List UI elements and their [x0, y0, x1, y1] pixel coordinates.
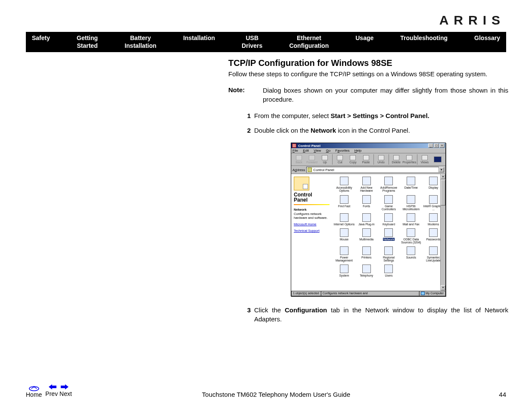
page-title: TCP/IP Configuration for Windows 98SE — [228, 58, 508, 68]
cp-icon-accessibility-options[interactable]: Accessibility Options — [333, 176, 355, 193]
toolbar-paste-button[interactable]: Paste — [360, 155, 373, 164]
accessibility-options-label: Accessibility Options — [333, 186, 355, 192]
cp-icon-keyboard[interactable]: Keyboard — [378, 212, 400, 227]
close-button[interactable]: × — [439, 143, 445, 148]
scroll-down-button[interactable]: ▾ — [441, 285, 445, 290]
nav-installation[interactable]: Installation — [183, 34, 215, 50]
undo-icon — [378, 155, 384, 160]
menu-file[interactable]: File — [292, 149, 298, 153]
cp-icon-odbc-data-sources-32bit[interactable]: ODBC Data Sources (32bit) — [400, 227, 422, 245]
home-link[interactable]: Home — [26, 391, 42, 398]
cp-icon-mouse[interactable]: Mouse — [333, 227, 355, 245]
menu-edit[interactable]: Edit — [303, 149, 309, 153]
cp-icon-date-time[interactable]: Date/Time — [400, 176, 422, 193]
toolbar-up-button[interactable]: Up — [318, 155, 331, 164]
link-microsoft-home[interactable]: Microsoft Home — [294, 222, 330, 226]
intel-graphics-icon — [429, 195, 438, 204]
address-dropdown-button[interactable]: ▾ — [439, 167, 444, 172]
toolbar-forward-label: Forward — [306, 161, 317, 164]
nav-getting-started[interactable]: Getting Started — [77, 34, 98, 50]
menu-help[interactable]: Help — [355, 149, 361, 153]
date-time-label: Date/Time — [404, 186, 418, 189]
step-3: 3 Click the Configuration tab in the Net… — [241, 306, 508, 324]
toolbar-properties-button[interactable]: Properties — [403, 155, 416, 164]
cp-icon-game-controllers[interactable]: Game Controllers — [378, 194, 400, 212]
control-panel-screenshot: Control Panel _ □ × File Edit View Go Fa… — [291, 143, 446, 296]
cp-icon-sounds[interactable]: Sounds — [400, 246, 422, 263]
next-link[interactable]: Next — [59, 390, 72, 397]
cp-icon-add-remove-programs[interactable]: Add/Remove Programs — [378, 176, 400, 193]
nav-usb-drivers[interactable]: USB Drivers — [242, 34, 262, 50]
toolbar-undo-button[interactable]: Undo — [375, 155, 388, 164]
cp-icon-power-management[interactable]: Power Management — [333, 246, 355, 263]
step-3-text-a: Click the — [254, 306, 285, 314]
footer-title: Touchstone TM602 Telephony Modem User's … — [72, 391, 480, 398]
home-icon[interactable] — [28, 383, 40, 391]
nav-battery-installation[interactable]: Battery Installation — [124, 34, 156, 50]
cp-side-title: ControlPanel — [294, 192, 330, 202]
toolbar-views-button[interactable]: Views — [418, 155, 431, 164]
cp-icon-find-fast[interactable]: Find Fast — [333, 194, 355, 212]
regional-settings-label: Regional Settings — [378, 256, 400, 262]
nav-glossary[interactable]: Glossary — [474, 34, 500, 50]
toolbar-separator — [332, 154, 333, 165]
printers-label: Printers — [361, 256, 371, 259]
address-value: Control Panel — [313, 168, 334, 172]
cp-icon-add-new-hardware[interactable]: Add New Hardware — [355, 176, 378, 193]
cp-icon-internet-options[interactable]: Internet Options — [333, 212, 355, 227]
address-label: Address — [292, 168, 305, 172]
cp-icon-java-plug-in[interactable]: Java Plug-in — [355, 212, 378, 227]
cp-icon-telephony[interactable]: Telephony — [355, 264, 378, 278]
address-icon — [308, 168, 312, 172]
toolbar-separator — [417, 154, 417, 165]
symantec-liveupdate-icon — [429, 246, 438, 255]
users-label: Users — [385, 274, 393, 277]
mail-and-fax-label: Mail and Fax — [403, 223, 420, 226]
hsf56-micromodem-icon — [407, 195, 415, 204]
address-field[interactable]: Control Panel — [306, 167, 439, 173]
prev-link[interactable]: Prev — [45, 390, 58, 397]
cp-toolbar: BackForwardUpCutCopyPasteUndoDeletePrope… — [291, 153, 445, 166]
keyboard-icon — [384, 213, 393, 222]
prev-arrow-icon[interactable] — [48, 383, 57, 390]
link-technical-support[interactable]: Technical Support — [294, 229, 330, 233]
menu-favorites[interactable]: Favorites — [336, 149, 350, 153]
menu-go[interactable]: Go — [326, 149, 331, 153]
scroll-up-button[interactable]: ▴ — [441, 174, 445, 179]
find-fast-icon — [340, 195, 348, 204]
cp-icon-mail-and-fax[interactable]: Mail and Fax — [400, 212, 422, 227]
nav-safety[interactable]: Safety — [32, 34, 50, 50]
cp-icon-multimedia[interactable]: Multimedia — [355, 227, 378, 245]
toolbar-separator — [389, 154, 389, 165]
cp-icon-regional-settings[interactable]: Regional Settings — [378, 246, 400, 263]
menu-view[interactable]: View — [314, 149, 321, 153]
cp-icon-system[interactable]: System — [333, 264, 355, 278]
cp-icon-fonts[interactable]: Fonts — [355, 194, 378, 212]
cp-icon-network[interactable]: Network — [378, 227, 400, 245]
cp-statusbar: 1 object(s) selected Configures network … — [291, 290, 445, 296]
toolbar-copy-button[interactable]: Copy — [346, 155, 359, 164]
add-new-hardware-label: Add New Hardware — [355, 186, 378, 192]
toolbar-delete-button[interactable]: Delete — [390, 155, 403, 164]
users-icon — [384, 265, 393, 273]
cp-window-title: Control Panel — [298, 144, 428, 148]
toolbar-cut-button[interactable]: Cut — [333, 155, 346, 164]
cp-icon-printers[interactable]: Printers — [355, 246, 378, 263]
cp-titlebar: Control Panel _ □ × — [291, 143, 445, 148]
next-arrow-icon[interactable] — [60, 383, 69, 390]
maximize-button[interactable]: □ — [434, 143, 439, 148]
nav-usage[interactable]: Usage — [355, 34, 373, 50]
game-controllers-label: Game Controllers — [378, 205, 400, 211]
minimize-button[interactable]: _ — [428, 143, 433, 148]
scroll-thumb[interactable] — [441, 180, 445, 206]
note-text: Dialog boxes shown on your computer may … — [263, 86, 508, 104]
cp-icon-users[interactable]: Users — [378, 264, 400, 278]
cp-scrollbar[interactable]: ▴ ▾ — [440, 174, 445, 290]
nav-troubleshooting[interactable]: Troubleshooting — [400, 34, 448, 50]
cp-icon-hsf56-micromodem[interactable]: HSF56 MicroModem — [400, 194, 422, 212]
toolbar-delete-label: Delete — [392, 161, 401, 164]
modems-label: Modems — [428, 223, 439, 226]
properties-icon — [406, 155, 412, 160]
nav-ethernet-configuration[interactable]: Ethernet Configuration — [289, 34, 329, 50]
cp-side-sub-label: Network — [294, 208, 307, 212]
